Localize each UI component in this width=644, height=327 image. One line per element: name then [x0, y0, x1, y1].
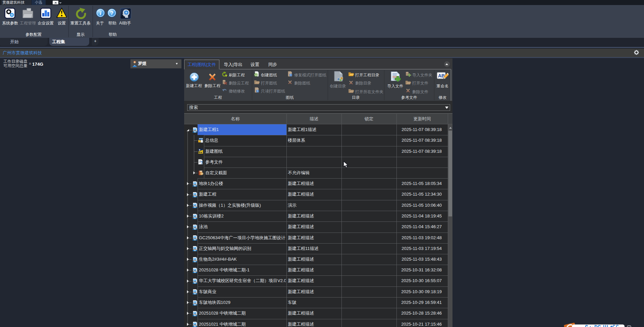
svg-text:?: ? [110, 10, 114, 16]
svg-text:i: i [100, 10, 101, 16]
svg-text:?: ? [201, 160, 203, 165]
svg-text:CAD: CAD [199, 152, 202, 153]
